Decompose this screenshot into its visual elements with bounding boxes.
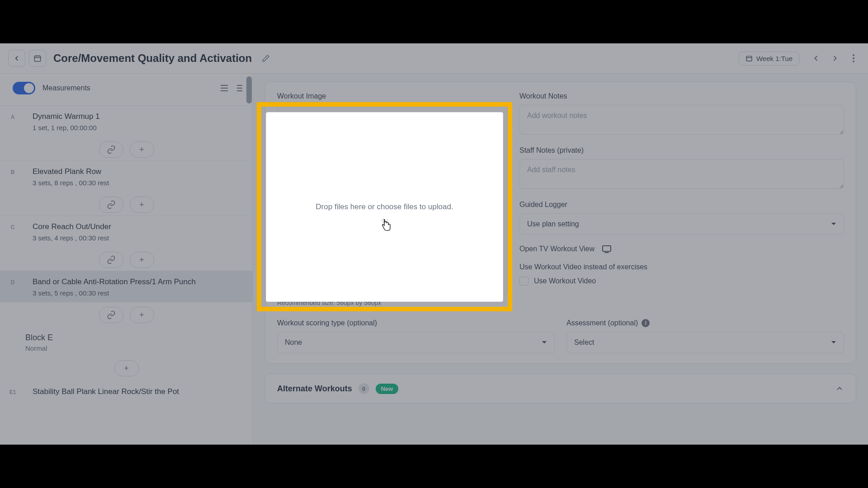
svg-point-8 [853, 61, 854, 62]
link-icon [107, 200, 116, 209]
exercise-name: Elevated Plank Row [33, 167, 243, 176]
kebab-icon [853, 54, 854, 62]
open-tv-label: Open TV Workout View [519, 245, 594, 253]
add-button[interactable]: + [130, 197, 154, 213]
tutorial-highlight-content[interactable]: Drop files here or choose files to uploa… [266, 112, 503, 302]
reorder-icon[interactable] [220, 84, 228, 92]
block-subtitle: Normal [25, 344, 243, 352]
scoring-select[interactable]: None [277, 332, 555, 353]
exercise-item[interactable]: C Core Reach Out/Under 3 sets, 4 reps , … [0, 216, 253, 247]
chevron-right-icon [830, 54, 840, 63]
link-button[interactable] [99, 197, 123, 213]
workout-notes-input[interactable] [519, 105, 844, 135]
alt-count-badge: 0 [359, 383, 369, 394]
block-header[interactable]: Block E Normal [0, 326, 253, 356]
next-day-button[interactable] [827, 51, 843, 66]
exercise-name: Core Reach Out/Under [33, 222, 243, 231]
exercise-letter: E1 [8, 389, 17, 395]
svg-rect-0 [34, 56, 41, 61]
exercise-letter: D [8, 279, 17, 286]
caret-down-icon [831, 222, 836, 226]
exercise-item[interactable]: E1 Stability Ball Plank Linear Rock/Stir… [0, 381, 253, 402]
more-menu-button[interactable] [847, 50, 860, 67]
assessment-value: Select [574, 338, 594, 347]
use-video-label: Use Workout Video [534, 277, 596, 285]
assessment-select[interactable]: Select [566, 332, 844, 353]
caret-down-icon [831, 341, 836, 344]
link-icon [107, 310, 116, 319]
chevron-up-icon [835, 384, 844, 393]
add-button[interactable]: + [130, 307, 154, 323]
new-badge: New [376, 384, 399, 394]
prev-day-button[interactable] [808, 51, 824, 66]
guided-logger-value: Use plan setting [527, 220, 579, 228]
week-label: Week 1:Tue [756, 55, 793, 62]
exercise-detail: 3 sets, 5 reps , 00:30 rest [33, 289, 243, 297]
measurements-label: Measurements [42, 84, 90, 92]
add-button[interactable]: + [130, 141, 154, 158]
svg-point-7 [853, 57, 854, 59]
measurements-toggle[interactable] [13, 82, 35, 94]
workout-image-label: Workout Image [277, 92, 508, 100]
exercise-letter: B [8, 169, 17, 175]
pencil-icon [262, 54, 270, 62]
scoring-value: None [285, 338, 302, 347]
back-button[interactable] [8, 50, 25, 67]
add-button[interactable]: + [130, 252, 154, 268]
exercise-item-selected[interactable]: D Band or Cable Anti-Rotation Press/1 Ar… [0, 271, 253, 302]
week-selector[interactable]: Week 1:Tue [739, 52, 799, 66]
guided-logger-select[interactable]: Use plan setting [519, 213, 844, 235]
exercise-detail: 3 sets, 8 reps , 00:30 rest [33, 179, 243, 187]
workout-notes-label: Workout Notes [519, 92, 844, 100]
calendar-button[interactable] [29, 50, 46, 67]
use-video-heading: Use Workout Video instead of exercises [519, 263, 844, 271]
assessment-label: Assessment (optional) [566, 319, 638, 327]
scoring-label: Workout scoring type (optional) [277, 319, 555, 327]
chevron-left-icon [811, 54, 821, 63]
scrollbar-thumb[interactable] [246, 76, 252, 103]
compact-icon[interactable] [236, 84, 243, 92]
exercise-item[interactable]: A Dynamic Warmup 1 1 set, 1 rep, 00:00:0… [0, 105, 253, 137]
info-icon[interactable]: i [642, 319, 650, 327]
exercise-letter: C [8, 224, 17, 230]
guided-logger-label: Guided Logger [519, 201, 844, 209]
link-icon [107, 255, 116, 264]
use-video-checkbox[interactable] [519, 277, 528, 286]
caret-down-icon [542, 341, 547, 344]
tutorial-dropzone-text: Drop files here or choose files to uploa… [316, 202, 453, 211]
collapse-toggle[interactable] [835, 384, 844, 393]
exercise-sidebar: Measurements A Dynamic Warmup 1 1 set, [0, 74, 253, 443]
cursor-pointer-icon [381, 219, 392, 232]
page-title: Core/Movement Quality and Activation [53, 52, 252, 65]
svg-point-6 [853, 54, 854, 56]
calendar-icon [33, 54, 42, 62]
link-icon [107, 145, 116, 154]
block-title: Block E [25, 333, 243, 343]
exercise-item[interactable]: B Elevated Plank Row 3 sets, 8 reps , 00… [0, 160, 253, 192]
exercise-name: Stability Ball Plank Linear Rock/Stir th… [33, 387, 243, 396]
alt-title: Alternate Workouts [277, 384, 352, 394]
exercise-letter: A [8, 114, 17, 120]
alternate-workouts-card[interactable]: Alternate Workouts 0 New [265, 374, 856, 404]
svg-rect-4 [746, 56, 752, 61]
calendar-small-icon [745, 55, 753, 62]
link-button[interactable] [99, 307, 123, 323]
link-button[interactable] [99, 252, 123, 268]
exercise-name: Band or Cable Anti-Rotation Press/1 Arm … [33, 277, 243, 286]
tv-icon [602, 245, 612, 253]
svg-rect-15 [603, 246, 611, 252]
open-tv-button[interactable]: Open TV Workout View [519, 245, 844, 253]
exercise-name: Dynamic Warmup 1 [33, 112, 243, 121]
chevron-left-icon [13, 54, 21, 62]
add-block-button[interactable]: + [114, 360, 139, 376]
link-button[interactable] [99, 141, 123, 158]
staff-notes-label: Staff Notes (private) [519, 146, 844, 155]
edit-title-button[interactable] [258, 51, 274, 66]
exercise-detail: 3 sets, 4 reps , 00:30 rest [33, 234, 243, 242]
staff-notes-input[interactable] [519, 159, 844, 189]
exercise-detail: 1 set, 1 rep, 00:00:00 [33, 124, 243, 131]
